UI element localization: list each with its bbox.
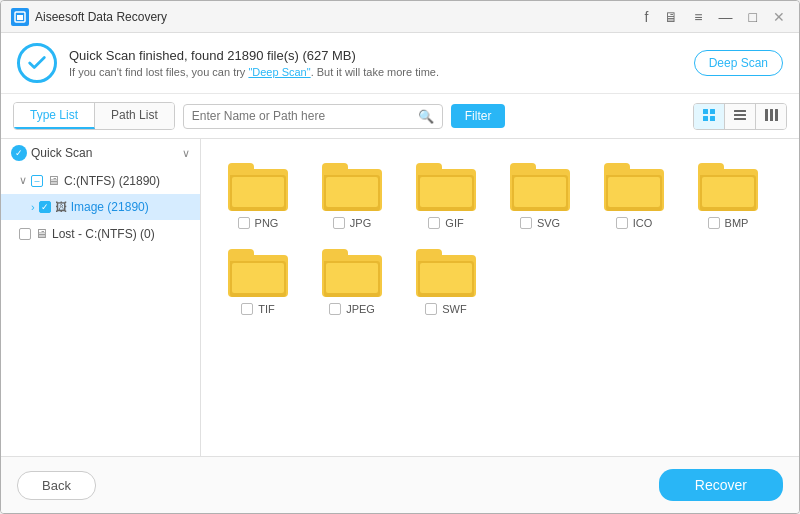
tab-type-list[interactable]: Type List [14, 103, 95, 129]
tab-path-list[interactable]: Path List [95, 103, 174, 129]
folder-icon [228, 159, 288, 211]
scan-hint: If you can't find lost files, you can tr… [69, 66, 694, 78]
folder-icon [416, 159, 476, 211]
folder-icon [228, 245, 288, 297]
file-label-row: TIF [217, 303, 299, 315]
file-item-jpg[interactable]: JPG [307, 151, 397, 233]
svg-rect-11 [775, 109, 778, 121]
file-item-gif[interactable]: GIF [401, 151, 491, 233]
svg-rect-1 [17, 15, 23, 20]
folder-icon [510, 159, 570, 211]
list-view-button[interactable] [725, 104, 756, 129]
recover-button[interactable]: Recover [659, 469, 783, 501]
footer: Back Recover [1, 456, 799, 513]
deep-scan-button[interactable]: Deep Scan [694, 50, 783, 76]
scan-status-title: Quick Scan finished, found 21890 file(s)… [69, 48, 694, 63]
file-checkbox[interactable] [428, 217, 440, 229]
main-content: ✓ Quick Scan ∨ ∨ – 🖥 C:(NTFS) (21890) › … [1, 139, 799, 456]
file-label-row: PNG [217, 217, 299, 229]
main-window: Aiseesoft Data Recovery f 🖥 ≡ — □ ✕ Quic… [0, 0, 800, 514]
file-name: SVG [537, 217, 560, 229]
file-item-tif[interactable]: TIF [213, 237, 303, 319]
c-drive-checkbox[interactable]: – [31, 175, 43, 187]
file-name: GIF [445, 217, 463, 229]
file-checkbox[interactable] [616, 217, 628, 229]
scan-banner: Quick Scan finished, found 21890 file(s)… [1, 33, 799, 94]
lost-drive-icon: 🖥 [35, 226, 48, 241]
file-label-row: SWF [405, 303, 487, 315]
search-icon: 🔍 [418, 109, 434, 124]
file-name: SWF [442, 303, 466, 315]
file-label-row: JPEG [311, 303, 393, 315]
view-toggle [693, 103, 787, 130]
file-item-svg[interactable]: SVG [495, 151, 585, 233]
file-label-row: BMP [687, 217, 769, 229]
file-name: PNG [255, 217, 279, 229]
svg-rect-3 [710, 109, 715, 114]
svg-rect-10 [770, 109, 773, 121]
search-input[interactable] [192, 109, 414, 123]
file-item-png[interactable]: PNG [213, 151, 303, 233]
folder-icon [416, 245, 476, 297]
back-button[interactable]: Back [17, 471, 96, 500]
file-label-row: JPG [311, 217, 393, 229]
chevron-right-icon: › [31, 201, 35, 213]
file-name: JPG [350, 217, 371, 229]
grid-view-button[interactable] [694, 104, 725, 129]
file-label-row: SVG [499, 217, 581, 229]
lost-checkbox[interactable] [19, 228, 31, 240]
deep-scan-link[interactable]: "Deep Scan" [248, 66, 310, 78]
file-checkbox[interactable] [333, 217, 345, 229]
monitor-icon[interactable]: 🖥 [660, 7, 682, 27]
chevron-down-icon: ∨ [182, 147, 190, 160]
filter-button[interactable]: Filter [451, 104, 506, 128]
file-checkbox[interactable] [520, 217, 532, 229]
menu-icon[interactable]: ≡ [690, 7, 706, 27]
sidebar-item-c-drive[interactable]: ∨ – 🖥 C:(NTFS) (21890) [1, 167, 200, 194]
file-checkbox[interactable] [329, 303, 341, 315]
image-checkbox[interactable]: ✓ [39, 201, 51, 213]
minimize-button[interactable]: — [715, 7, 737, 27]
quick-scan-label: Quick Scan [31, 146, 178, 160]
tab-group: Type List Path List [13, 102, 175, 130]
svg-rect-9 [765, 109, 768, 121]
file-name: TIF [258, 303, 275, 315]
file-item-ico[interactable]: ICO [589, 151, 679, 233]
file-label-row: GIF [405, 217, 487, 229]
facebook-icon[interactable]: f [640, 7, 652, 27]
maximize-button[interactable]: □ [745, 7, 761, 27]
scan-result-text: Quick Scan finished, found 21890 file(s)… [69, 48, 694, 78]
folder-icon [322, 159, 382, 211]
check-circle [17, 43, 57, 83]
chevron-down-icon: ∨ [19, 174, 27, 187]
file-name: JPEG [346, 303, 375, 315]
sidebar: ✓ Quick Scan ∨ ∨ – 🖥 C:(NTFS) (21890) › … [1, 139, 201, 456]
search-box: 🔍 [183, 104, 443, 129]
sidebar-item-lost[interactable]: 🖥 Lost - C:(NTFS) (0) [1, 220, 200, 247]
svg-rect-8 [734, 118, 746, 120]
sidebar-item-image[interactable]: › ✓ 🖼 Image (21890) [1, 194, 200, 220]
file-checkbox[interactable] [238, 217, 250, 229]
svg-rect-7 [734, 114, 746, 116]
app-icon [11, 8, 29, 26]
file-name: ICO [633, 217, 653, 229]
file-checkbox[interactable] [708, 217, 720, 229]
file-item-jpeg[interactable]: JPEG [307, 237, 397, 319]
folder-icon [698, 159, 758, 211]
file-item-swf[interactable]: SWF [401, 237, 491, 319]
toolbar: Type List Path List 🔍 Filter [1, 94, 799, 139]
file-grid: PNG JPG GIF [201, 139, 799, 456]
file-item-bmp[interactable]: BMP [683, 151, 773, 233]
detail-view-button[interactable] [756, 104, 786, 129]
folder-icon [604, 159, 664, 211]
close-button[interactable]: ✕ [769, 7, 789, 27]
svg-rect-5 [710, 116, 715, 121]
scan-badge: ✓ [11, 145, 27, 161]
file-checkbox[interactable] [425, 303, 437, 315]
sidebar-item-quick-scan[interactable]: ✓ Quick Scan ∨ [1, 139, 200, 167]
file-checkbox[interactable] [241, 303, 253, 315]
image-label: Image (21890) [71, 200, 190, 214]
title-bar: Aiseesoft Data Recovery f 🖥 ≡ — □ ✕ [1, 1, 799, 33]
hint-prefix: If you can't find lost files, you can tr… [69, 66, 248, 78]
drive-icon: 🖥 [47, 173, 60, 188]
